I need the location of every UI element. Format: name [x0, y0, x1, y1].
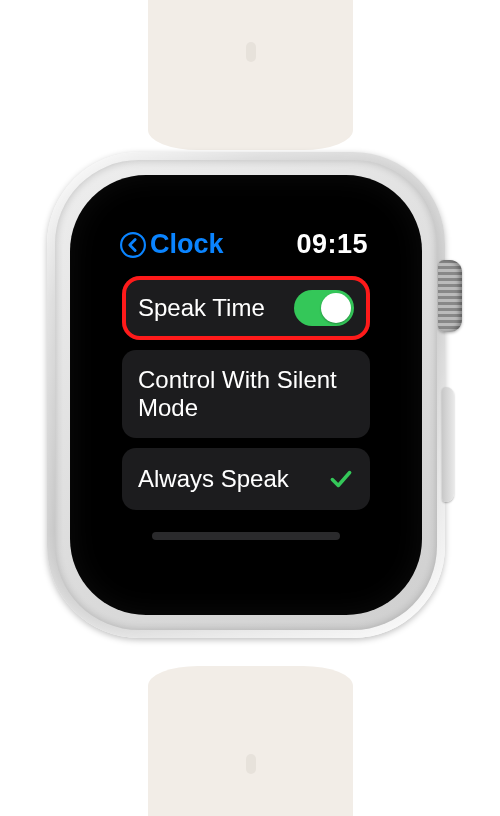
watch-band-top: [148, 0, 353, 150]
checkmark-icon: [328, 466, 354, 492]
header: Clock 09:15: [112, 217, 380, 270]
watch-case: Clock 09:15 Speak Time Control With Sile…: [47, 152, 445, 638]
side-button[interactable]: [442, 387, 454, 502]
back-button[interactable]: Clock: [120, 229, 224, 260]
watch-case-inner: Clock 09:15 Speak Time Control With Sile…: [55, 160, 437, 630]
speak-time-row[interactable]: Speak Time: [122, 276, 370, 340]
row-label-speak-time: Speak Time: [138, 294, 265, 322]
control-with-silent-mode-row[interactable]: Control With Silent Mode: [122, 350, 370, 438]
page-title: Clock: [150, 229, 224, 260]
always-speak-row[interactable]: Always Speak: [122, 448, 370, 510]
speak-time-toggle[interactable]: [294, 290, 354, 326]
digital-crown[interactable]: [438, 260, 462, 332]
watch-band-bottom: [148, 666, 353, 816]
svg-point-0: [121, 233, 145, 257]
chevron-left-icon: [120, 232, 146, 258]
settings-list: Speak Time Control With Silent Mode Alwa…: [112, 270, 380, 540]
scroll-indicator: [152, 532, 340, 540]
bezel: Clock 09:15 Speak Time Control With Sile…: [70, 175, 422, 615]
toggle-knob: [321, 293, 351, 323]
row-label-always-speak: Always Speak: [138, 465, 289, 493]
row-label-control-silent: Control With Silent Mode: [138, 366, 354, 423]
screen: Clock 09:15 Speak Time Control With Sile…: [112, 217, 380, 573]
status-time: 09:15: [296, 229, 368, 260]
